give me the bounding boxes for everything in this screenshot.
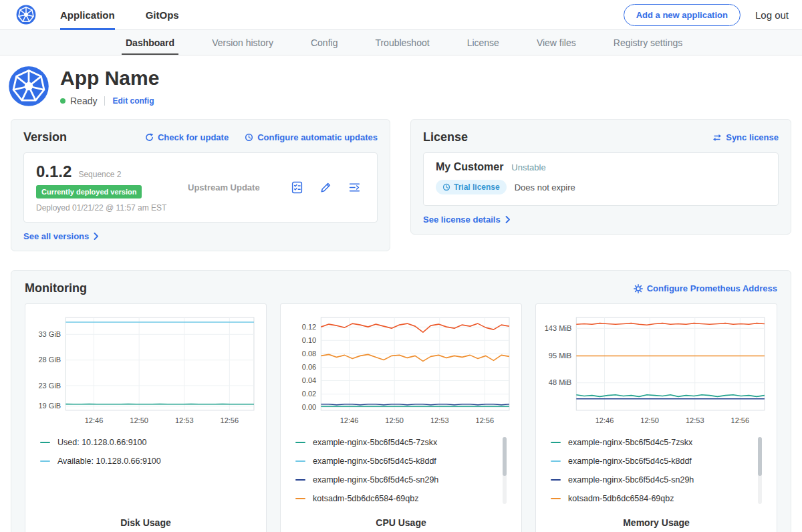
legend-label: example-nginx-5bc6f5d4c5-7zskx xyxy=(313,438,437,447)
license-type-badge: Trial license xyxy=(436,180,507,194)
subnav-troubleshoot[interactable]: Troubleshoot xyxy=(356,30,448,55)
edit-config-link[interactable]: Edit config xyxy=(112,96,154,106)
check-for-update-label: Check for update xyxy=(158,132,229,142)
legend-scrollbar-thumb[interactable] xyxy=(503,437,507,476)
legend-label: example-nginx-5bc6f5d4c5-k8ddf xyxy=(568,456,692,466)
legend-swatch xyxy=(40,442,50,443)
sync-license-link[interactable]: Sync license xyxy=(712,132,779,142)
legend-item: kotsadm-5db6dc6584-69qbz xyxy=(551,489,753,508)
subnav-license[interactable]: License xyxy=(448,30,518,55)
legend-swatch xyxy=(551,498,561,499)
license-expiry: Does not expire xyxy=(515,182,575,192)
top-nav-right: Add a new application Log out xyxy=(624,4,789,26)
check-for-update-link[interactable]: Check for update xyxy=(145,132,229,142)
current-version-box: 0.1.2 Sequence 2 Currently deployed vers… xyxy=(23,152,378,223)
legend-label: example-nginx-5bc6f5d4c5-k8ddf xyxy=(313,456,436,466)
see-license-details-label: See license details xyxy=(423,215,501,225)
svg-text:12:53: 12:53 xyxy=(175,416,194,424)
chart-plot: 33 GiB28 GiB23 GiB19 GiB12:4612:5012:531… xyxy=(32,312,259,428)
top-navbar: Application GitOps Add a new application… xyxy=(0,0,802,30)
legend-label: kotsadm-5db6dc6584-69qbz xyxy=(568,494,674,503)
license-type-label: Trial license xyxy=(454,182,500,192)
clock-icon xyxy=(442,183,450,191)
see-license-details-link[interactable]: See license details xyxy=(423,215,779,225)
tab-gitops[interactable]: GitOps xyxy=(146,0,179,30)
configure-automatic-updates-label: Configure automatic updates xyxy=(257,132,378,142)
upstream-update-label: Upstream Update xyxy=(188,182,260,192)
legend-label: example-nginx-5bc6f5d4c5-sn29h xyxy=(313,475,438,485)
svg-text:12:50: 12:50 xyxy=(385,416,404,424)
status-dot xyxy=(60,98,65,104)
chart-title: Memory Usage xyxy=(543,508,770,528)
subnav-version-history[interactable]: Version history xyxy=(193,30,292,55)
gear-icon xyxy=(634,284,643,293)
svg-text:12:56: 12:56 xyxy=(476,416,495,424)
version-number: 0.1.2 xyxy=(36,162,72,181)
legend-scrollbar[interactable] xyxy=(503,437,507,504)
edit-config-icon[interactable] xyxy=(319,181,332,194)
license-card: License Sync license My Customer Unstabl… xyxy=(410,119,791,235)
svg-text:28 GiB: 28 GiB xyxy=(38,356,61,364)
legend-item: Available: 10.128.0.66:9100 xyxy=(40,452,242,471)
view-diff-icon[interactable] xyxy=(348,181,361,194)
legend-swatch xyxy=(40,460,50,462)
legend-item: example-nginx-5bc6f5d4c5-sn29h xyxy=(295,471,497,489)
subnav-config[interactable]: Config xyxy=(292,30,356,55)
svg-text:0.08: 0.08 xyxy=(302,350,317,358)
chart-legend: Used: 10.128.0.66:9100Available: 10.128.… xyxy=(40,433,253,471)
deployed-timestamp: Deployed 01/21/22 @ 11:57 am EST xyxy=(36,203,180,213)
top-nav-tabs: Application GitOps xyxy=(60,0,210,30)
legend-swatch xyxy=(295,479,305,481)
svg-text:143 MiB: 143 MiB xyxy=(545,324,572,332)
license-card-title: License xyxy=(423,130,468,144)
svg-text:12:50: 12:50 xyxy=(640,416,659,424)
app-status-row: Ready Edit config xyxy=(60,96,159,106)
configure-prometheus-label: Configure Prometheus Address xyxy=(647,283,777,293)
see-all-versions-link[interactable]: See all versions xyxy=(23,231,378,241)
app-logo-icon xyxy=(8,65,49,107)
legend-swatch xyxy=(295,442,305,443)
add-application-button[interactable]: Add a new application xyxy=(624,4,741,26)
chevron-right-icon xyxy=(94,233,99,240)
license-details-box: My Customer Unstable Trial license Does … xyxy=(423,152,779,206)
subnav-registry-settings[interactable]: Registry settings xyxy=(595,30,701,55)
svg-text:12:56: 12:56 xyxy=(731,416,750,424)
customer-name: My Customer xyxy=(436,161,503,173)
legend-item: example-nginx-5bc6f5d4c5-k8ddf xyxy=(295,452,497,471)
deployed-badge: Currently deployed version xyxy=(36,185,142,198)
channel-name: Unstable xyxy=(511,162,545,172)
version-card-title: Version xyxy=(23,130,67,144)
svg-text:12:46: 12:46 xyxy=(85,416,104,424)
svg-text:0.06: 0.06 xyxy=(302,363,317,371)
configure-prometheus-link[interactable]: Configure Prometheus Address xyxy=(634,283,777,293)
schedule-icon xyxy=(245,133,253,142)
chart-title: CPU Usage xyxy=(287,508,515,528)
svg-text:23 GiB: 23 GiB xyxy=(38,382,61,390)
tab-application[interactable]: Application xyxy=(60,0,115,30)
version-actions xyxy=(291,181,365,194)
charts-row: 33 GiB28 GiB23 GiB19 GiB12:4612:5012:531… xyxy=(25,303,777,532)
svg-text:48 MiB: 48 MiB xyxy=(549,378,571,386)
legend-scrollbar-thumb[interactable] xyxy=(758,437,762,476)
chart-plot: 0.120.100.080.060.040.020.0012:4612:5012… xyxy=(287,312,515,428)
legend-scrollbar[interactable] xyxy=(758,437,762,504)
legend-item: example-nginx-5bc6f5d4c5-sn29h xyxy=(551,471,753,489)
legend-swatch xyxy=(551,442,561,443)
subnav-dashboard[interactable]: Dashboard xyxy=(107,30,193,55)
svg-text:0.02: 0.02 xyxy=(302,390,317,398)
cpu-usage-chart: 0.120.100.080.060.040.020.0012:4612:5012… xyxy=(280,303,522,532)
svg-text:12:53: 12:53 xyxy=(686,416,704,424)
legend-item: example-nginx-5bc6f5d4c5-k8ddf xyxy=(551,452,753,471)
subnav-view-files[interactable]: View files xyxy=(518,30,595,55)
svg-text:12:50: 12:50 xyxy=(130,416,148,424)
svg-text:12:53: 12:53 xyxy=(430,416,449,424)
legend-swatch xyxy=(551,479,561,481)
svg-text:0.12: 0.12 xyxy=(302,323,317,331)
logout-link[interactable]: Log out xyxy=(755,9,789,21)
legend-item: example-nginx-5bc6f5d4c5-7zskx xyxy=(295,433,497,452)
preflight-checks-icon[interactable] xyxy=(291,181,303,194)
configure-automatic-updates-link[interactable]: Configure automatic updates xyxy=(245,132,378,142)
chart-title: Disk Usage xyxy=(32,508,259,528)
disk-usage-chart: 33 GiB28 GiB23 GiB19 GiB12:4612:5012:531… xyxy=(25,303,267,532)
divider xyxy=(104,96,105,106)
